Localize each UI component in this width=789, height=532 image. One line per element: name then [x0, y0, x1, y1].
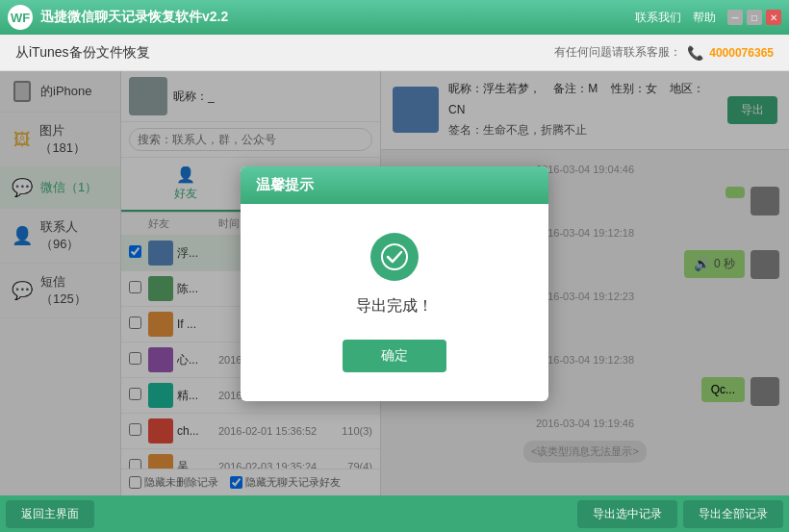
phone-number: 4000076365: [709, 46, 774, 60]
maximize-button[interactable]: □: [747, 10, 762, 25]
back-to-main-button[interactable]: 返回主界面: [6, 500, 94, 528]
bottom-bar: 返回主界面 导出选中记录 导出全部记录: [0, 495, 789, 532]
contact-us-link[interactable]: 联系我们: [635, 10, 681, 26]
close-button[interactable]: ✕: [766, 10, 781, 25]
minimize-button[interactable]: ─: [727, 10, 743, 25]
title-bar-left: WF 迅捷微信聊天记录恢复软件v2.2: [8, 5, 228, 30]
help-link[interactable]: 帮助: [693, 10, 716, 26]
modal-dialog: 温馨提示 导出完成！ 确定: [241, 166, 548, 401]
modal-message: 导出完成！: [356, 296, 433, 317]
sub-header: 从iTunes备份文件恢复 有任何问题请联系客服： 📞 4000076365: [0, 35, 789, 71]
modal-body: 导出完成！ 确定: [241, 204, 548, 401]
modal-confirm-button[interactable]: 确定: [343, 340, 446, 372]
export-all-button[interactable]: 导出全部记录: [683, 500, 783, 528]
modal-success-icon: [370, 233, 419, 281]
sub-header-right: 有任何问题请联系客服： 📞 4000076365: [554, 44, 774, 61]
title-bar-right: 联系我们 帮助 ─ □ ✕: [635, 10, 781, 26]
modal-overlay: 温馨提示 导出完成！ 确定: [0, 71, 789, 495]
main-area: 的iPhone 🖼 图片（181） 💬 微信（1） 👤 联系人（96） 💬 短信…: [0, 71, 789, 495]
modal-header: 温馨提示: [241, 166, 548, 204]
page-title: 从iTunes备份文件恢复: [15, 44, 150, 62]
app-title: 迅捷微信聊天记录恢复软件v2.2: [40, 9, 228, 26]
export-selected-button[interactable]: 导出选中记录: [577, 500, 677, 528]
win-controls: ─ □ ✕: [727, 10, 781, 25]
title-bar: WF 迅捷微信聊天记录恢复软件v2.2 联系我们 帮助 ─ □ ✕: [0, 0, 789, 35]
svg-point-0: [382, 244, 407, 269]
contact-hint: 有任何问题请联系客服：: [554, 44, 681, 61]
app-logo: WF: [8, 5, 33, 30]
phone-icon: 📞: [687, 45, 703, 61]
